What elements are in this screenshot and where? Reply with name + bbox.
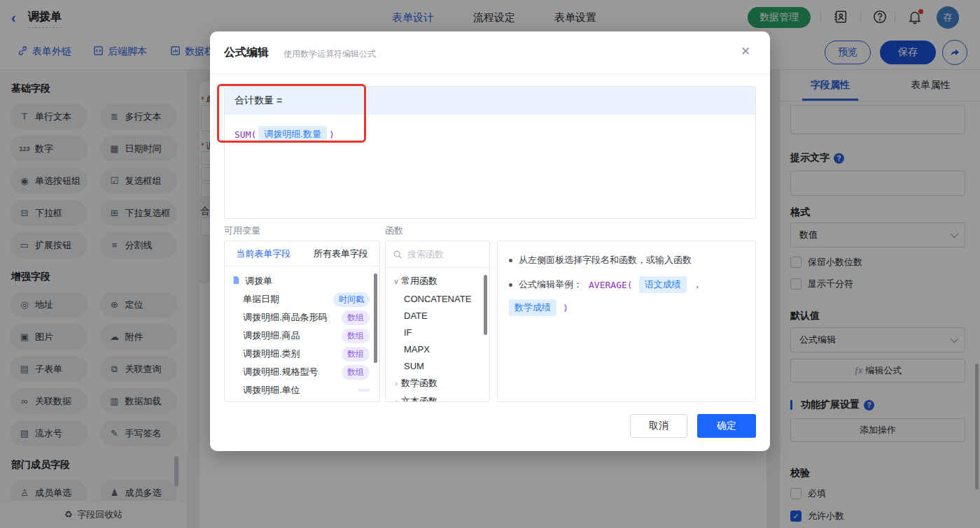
tips-panel: 从左侧面板选择字段名和函数，或输入函数 公式编辑举例： AVERAGE( 语文成… xyxy=(497,241,756,402)
functions-panel: ∨ 常用函数 CONCATENATE DATE IF MAPX SUM › 数学… xyxy=(385,241,490,402)
variable-item[interactable]: 调拨明细.商品条形码 数组 xyxy=(225,308,379,327)
chevron-collapsed-icon: › xyxy=(391,379,401,387)
search-icon xyxy=(393,250,402,259)
function-group-math[interactable]: › 数学函数 xyxy=(386,374,489,392)
example-function-name: AVERAGE( xyxy=(589,280,633,290)
function-name: SUM( xyxy=(234,129,256,140)
function-item-sum[interactable]: SUM xyxy=(386,357,489,374)
variables-panel: 当前表单字段 所有表单字段 调拨单 单据日期 时间戳 调拨明细.商品条形码 数组… xyxy=(224,241,380,402)
divider xyxy=(210,73,770,74)
bullet-icon xyxy=(509,283,512,287)
type-badge: 时间戳 xyxy=(333,292,370,307)
modal-subtitle: 使用数学运算符编辑公式 xyxy=(284,48,376,60)
function-item-date[interactable]: DATE xyxy=(386,307,489,324)
variables-scrollbar[interactable] xyxy=(374,273,377,363)
close-icon[interactable]: ✕ xyxy=(741,44,750,59)
variables-label: 可用变量 xyxy=(224,224,260,237)
function-search-input[interactable] xyxy=(407,249,477,259)
tip-example-line: 公式编辑举例： AVERAGE( 语文成绩 ， 数学成绩 ) xyxy=(509,276,744,316)
formula-expression[interactable]: SUM( 调拨明细.数量 ) xyxy=(225,115,755,154)
example-chip: 语文成绩 xyxy=(639,276,687,293)
variable-item[interactable]: 单据日期 时间戳 xyxy=(225,290,379,308)
functions-label: 函数 xyxy=(385,224,403,237)
function-item-concatenate[interactable]: CONCATENATE xyxy=(386,290,489,307)
type-badge: 数组 xyxy=(342,311,370,325)
type-badge xyxy=(358,389,370,392)
function-group-text[interactable]: › 文本函数 xyxy=(386,392,489,402)
function-item-if[interactable]: IF xyxy=(386,324,489,341)
tab-all-form-fields[interactable]: 所有表单字段 xyxy=(314,248,368,260)
field-chip[interactable]: 调拨明细.数量 xyxy=(258,126,327,143)
variable-item[interactable]: 调拨明细.规格型号 数组 xyxy=(225,363,379,381)
cancel-button[interactable]: 取消 xyxy=(630,414,687,438)
formula-editor[interactable]: 合计数量 = SUM( 调拨明细.数量 ) xyxy=(224,86,756,219)
document-icon xyxy=(232,276,241,287)
type-badge: 数组 xyxy=(342,347,370,362)
variable-item[interactable]: 调拨明细.商品 数组 xyxy=(225,327,379,345)
variables-tabs: 当前表单字段 所有表单字段 xyxy=(225,241,379,266)
function-search[interactable] xyxy=(386,241,489,268)
type-badge: 数组 xyxy=(342,329,370,343)
example-chip: 数学成绩 xyxy=(509,299,556,316)
type-badge: 数组 xyxy=(342,365,370,380)
formula-target-row: 合计数量 = xyxy=(225,87,755,115)
variable-item-partial[interactable] xyxy=(225,399,379,402)
app-root: ‹ 调拨单 表单设计 流程设定 表单设置 数据管理 存 表单外链 后端脚 xyxy=(0,0,980,528)
tip-line: 从左侧面板选择字段名和函数，或输入函数 xyxy=(509,254,744,266)
variables-root-node[interactable]: 调拨单 xyxy=(225,272,379,290)
function-group-common[interactable]: ∨ 常用函数 xyxy=(386,272,489,290)
bullet-icon xyxy=(509,259,512,262)
chevron-expanded-icon: ∨ xyxy=(391,277,401,286)
functions-scrollbar[interactable] xyxy=(484,275,487,335)
variable-item[interactable]: 调拨明细.类别 数组 xyxy=(225,345,379,363)
modal-title: 公式编辑 xyxy=(224,45,269,60)
tab-current-form-fields[interactable]: 当前表单字段 xyxy=(236,248,290,260)
confirm-button[interactable]: 确定 xyxy=(697,414,756,438)
variable-item[interactable]: 调拨明细.单位 xyxy=(225,381,379,399)
chevron-collapsed-icon: › xyxy=(391,397,401,402)
formula-edit-modal: 公式编辑 使用数学运算符编辑公式 ✕ 合计数量 = SUM( 调拨明细.数量 )… xyxy=(210,31,770,451)
function-item-mapx[interactable]: MAPX xyxy=(386,341,489,357)
